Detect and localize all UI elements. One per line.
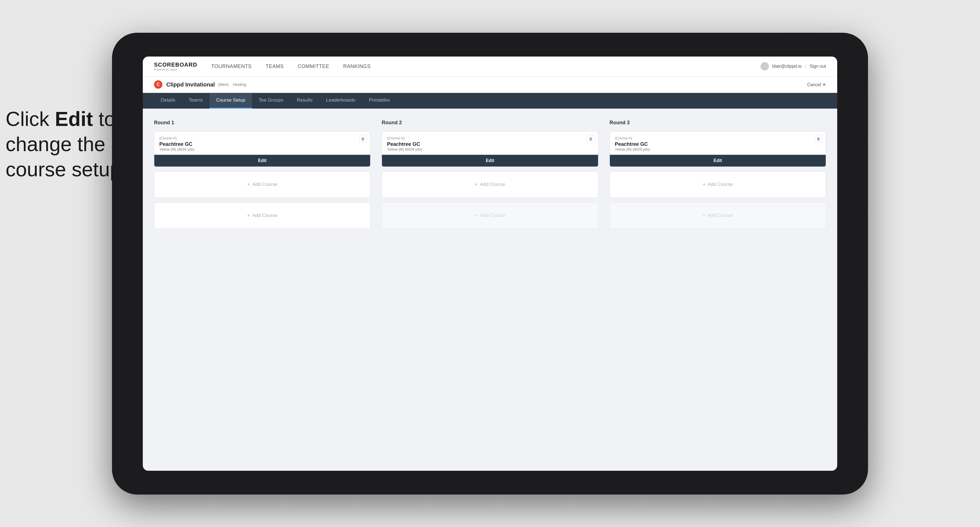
round-3-edit-button[interactable]: Edit	[610, 155, 826, 167]
round-1-delete-button[interactable]: 🗑	[359, 135, 367, 143]
user-email: blair@clippd.io	[772, 64, 802, 69]
annotation-text: Click Edit tochange thecourse setup.	[6, 106, 127, 182]
add-course-label: Add Course	[480, 182, 505, 187]
round-1-add-course-1[interactable]: + Add Course	[154, 171, 371, 198]
round-2-delete-button[interactable]: 🗑	[587, 135, 595, 143]
tab-results[interactable]: Results	[290, 93, 320, 109]
plus-icon: +	[247, 213, 250, 219]
main-nav: TOURNAMENTS TEAMS COMMITTEE RANKINGS	[211, 63, 760, 70]
nav-teams[interactable]: TEAMS	[266, 63, 284, 70]
round-2-course-details: Yellow (M) (6629 yds)	[387, 147, 593, 151]
round-2-add-course-1[interactable]: + Add Course	[382, 171, 598, 198]
add-course-label: Add Course	[480, 213, 505, 218]
tab-teams[interactable]: Teams	[182, 93, 210, 109]
plus-icon: +	[247, 182, 250, 187]
add-course-label: Add Course	[708, 182, 733, 187]
brand-logo: SCOREBOARD Powered by clippd	[154, 62, 197, 71]
round-2-course-a-card: 🗑 (Course A) Peachtree GC Yellow (M) (66…	[382, 131, 598, 167]
nav-rankings[interactable]: RANKINGS	[343, 63, 371, 70]
round-3-delete-button[interactable]: 🗑	[815, 135, 822, 143]
round-2-edit-button[interactable]: Edit	[382, 155, 598, 167]
add-course-label: Add Course	[252, 182, 277, 187]
tab-details[interactable]: Details	[154, 93, 182, 109]
plus-icon: +	[475, 213, 478, 219]
rounds-grid: Round 1 🗑 (Course A) Peachtree GC Yellow…	[154, 120, 826, 229]
round-2-header: Round 2	[382, 120, 598, 125]
round-2-course-label: (Course A)	[387, 136, 593, 140]
annotation-bold: Edit	[55, 108, 93, 130]
round-2-column: Round 2 🗑 (Course A) Peachtree GC Yellow…	[382, 120, 598, 229]
plus-icon: +	[703, 213, 706, 219]
plus-icon: +	[475, 182, 478, 187]
round-1-course-details: Yellow (M) (6629 yds)	[159, 147, 365, 151]
tablet-shell: SCOREBOARD Powered by clippd TOURNAMENTS…	[112, 33, 868, 495]
tab-course-setup[interactable]: Course Setup	[210, 93, 252, 109]
tournament-bar: C Clippd Invitational (Men) Hosting Canc…	[143, 77, 837, 93]
round-3-course-details: Yellow (M) (6629 yds)	[615, 147, 821, 151]
round-2-add-course-2: + Add Course	[382, 202, 598, 229]
sign-out-link[interactable]: Sign out	[810, 64, 826, 69]
add-course-label: Add Course	[708, 213, 733, 218]
round-2-course-name: Peachtree GC	[387, 141, 593, 147]
round-3-add-course-1[interactable]: + Add Course	[609, 171, 826, 198]
user-area: blair@clippd.io | Sign out	[760, 62, 826, 70]
round-1-course-name: Peachtree GC	[159, 141, 365, 147]
tab-leaderboards[interactable]: Leaderboards	[320, 93, 362, 109]
tab-printables[interactable]: Printables	[362, 93, 397, 109]
tournament-logo: C	[154, 80, 162, 89]
brand-subtitle: Powered by clippd	[154, 68, 197, 71]
nav-committee[interactable]: COMMITTEE	[298, 63, 329, 70]
round-1-column: Round 1 🗑 (Course A) Peachtree GC Yellow…	[154, 120, 371, 229]
round-1-course-a-card: 🗑 (Course A) Peachtree GC Yellow (M) (66…	[154, 131, 371, 167]
separator: |	[805, 64, 806, 69]
annotation-before: Click	[6, 108, 55, 130]
top-nav: SCOREBOARD Powered by clippd TOURNAMENTS…	[143, 57, 837, 77]
tournament-gender: (Men)	[218, 82, 229, 87]
tournament-name: Clippd Invitational	[166, 81, 215, 88]
cancel-button[interactable]: Cancel ✕	[807, 82, 826, 87]
nav-tournaments[interactable]: TOURNAMENTS	[211, 63, 251, 70]
round-3-column: Round 3 🗑 (Course A) Peachtree GC Yellow…	[609, 120, 826, 229]
plus-icon: +	[703, 182, 706, 187]
round-1-edit-button[interactable]: Edit	[154, 155, 370, 167]
tab-tee-groups[interactable]: Tee Groups	[252, 93, 290, 109]
round-3-course-name: Peachtree GC	[615, 141, 821, 147]
main-content: Round 1 🗑 (Course A) Peachtree GC Yellow…	[143, 109, 837, 471]
round-1-course-label: (Course A)	[159, 136, 365, 140]
round-3-header: Round 3	[609, 120, 826, 125]
user-avatar	[760, 62, 769, 70]
round-3-course-label: (Course A)	[615, 136, 821, 140]
add-course-label: Add Course	[252, 213, 277, 218]
round-1-header: Round 1	[154, 120, 371, 125]
tournament-status: Hosting	[233, 82, 246, 87]
round-3-course-a-card: 🗑 (Course A) Peachtree GC Yellow (M) (66…	[609, 131, 826, 167]
tabs-bar: Details Teams Course Setup Tee Groups Re…	[143, 93, 837, 109]
brand-name: SCOREBOARD	[154, 62, 197, 68]
round-1-add-course-2[interactable]: + Add Course	[154, 202, 371, 229]
tablet-screen: SCOREBOARD Powered by clippd TOURNAMENTS…	[143, 57, 837, 471]
round-3-add-course-2: + Add Course	[609, 202, 826, 229]
